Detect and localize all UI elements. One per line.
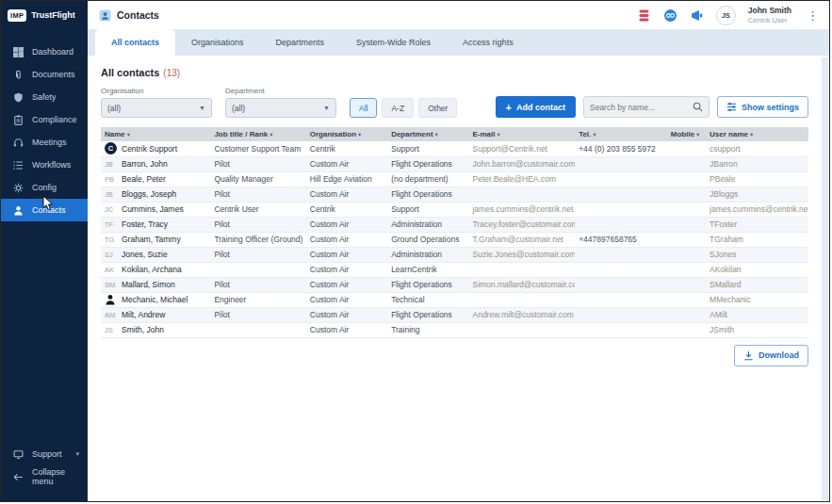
download-button[interactable]: Download	[734, 345, 808, 366]
chevron-down-icon: ▼	[323, 105, 330, 111]
contact-initials: SM	[105, 281, 117, 289]
megaphone-icon[interactable]	[690, 8, 704, 23]
link-icon[interactable]	[663, 8, 677, 23]
list-icon	[13, 160, 24, 171]
cell-tel	[575, 156, 667, 171]
table-row[interactable]: AMMilt, AndrewPilotCustom AirFlight Oper…	[101, 307, 808, 322]
cell-username: AKokilan	[706, 262, 808, 277]
organisation-select[interactable]: (all) ▼	[101, 98, 212, 118]
gear-icon	[13, 183, 24, 193]
sidebar-item-meetings[interactable]: Meetings	[1, 131, 88, 154]
cell-mobile	[667, 171, 706, 187]
sidebar-item-support[interactable]: Support▾	[1, 443, 88, 465]
contact-initials: JB	[105, 190, 117, 199]
sidebar-item-documents[interactable]: Documents	[1, 63, 88, 86]
column-header-tel[interactable]: Tel.▾	[575, 127, 667, 141]
cell-username: AMilt	[706, 307, 808, 322]
cell-mobile	[667, 202, 706, 217]
column-header-name[interactable]: Name▾	[101, 127, 210, 141]
cell-email	[468, 322, 575, 337]
plus-icon: +	[506, 102, 512, 113]
contact-name: Centrik Support	[122, 144, 177, 154]
filter-all-button[interactable]: All	[350, 98, 377, 118]
cell-department: Flight Operations	[387, 187, 468, 202]
cell-organisation: Custom Air	[306, 187, 387, 202]
column-header-mobile[interactable]: Mobile▾	[667, 127, 706, 141]
filter-other-button[interactable]: Other	[418, 98, 457, 118]
sidebar-item-dashboard[interactable]: Dashboard	[1, 41, 88, 63]
table-row[interactable]: SMMallard, SimonPilotCustom AirFlight Op…	[101, 277, 808, 292]
sidebar-item-workflows[interactable]: Workflows	[1, 154, 88, 176]
table-row[interactable]: Mechanic, MichaelEngineerCustom AirTechn…	[101, 292, 808, 307]
table-row[interactable]: JCCummins, JamesCentrik UserCentrikSuppo…	[101, 202, 808, 217]
column-header-user-name[interactable]: User name▾	[706, 127, 808, 141]
contact-name: Cummins, James	[122, 204, 184, 214]
search-input[interactable]	[590, 103, 693, 112]
cell-name: AKKokilan, Archana	[101, 262, 210, 277]
sidebar-item-safety[interactable]: Safety	[1, 86, 88, 108]
sidebar-item-config[interactable]: Config	[1, 176, 88, 199]
filter-az-button[interactable]: A-Z	[382, 98, 414, 118]
cell-name: TGGraham, Tammy	[101, 232, 210, 247]
table-row[interactable]: AKKokilan, ArchanaCustom AirLearnCentrik…	[101, 262, 808, 277]
column-header-department[interactable]: Department▾	[387, 127, 468, 141]
column-header-job-title-rank[interactable]: Job title / Rank▾	[210, 127, 305, 141]
cell-name: SJJones, Suzie	[101, 247, 210, 262]
tab-all-contacts[interactable]: All contacts	[95, 29, 175, 56]
sidebar-footer: Support▾Collapse menu	[1, 443, 88, 488]
table-row[interactable]: JBBarron, JohnPilotCustom AirFlight Oper…	[101, 156, 808, 171]
kebab-menu-icon[interactable]: ⋮	[804, 8, 822, 23]
sidebar-item-contacts[interactable]: Contacts	[1, 199, 88, 221]
cell-tel: +44 (0) 203 855 5972	[575, 141, 667, 156]
content-panel: All contacts (13) Organisation (all) ▼ D…	[88, 56, 829, 501]
cell-job-title: Pilot	[210, 247, 305, 262]
organisation-select-value: (all)	[107, 104, 121, 113]
paperclip-icon	[13, 70, 24, 80]
column-header-e-mail[interactable]: E-mail▾	[468, 127, 575, 141]
user-role: Centrik User	[748, 16, 791, 24]
department-filter-group: Department (all) ▼	[225, 87, 336, 118]
cell-mobile	[667, 277, 706, 292]
cell-name: JBBarron, John	[101, 156, 210, 171]
table-row[interactable]: JSSmith, JohnCustom AirTrainingJSmith	[101, 322, 808, 337]
sliders-icon	[726, 102, 737, 112]
contact-initials: SJ	[105, 251, 117, 259]
vertical-scrollbar[interactable]	[822, 57, 828, 500]
tab-organisations[interactable]: Organisations	[175, 29, 260, 56]
people-icon	[13, 205, 24, 216]
cell-tel	[575, 202, 667, 217]
table-row[interactable]: TFFoster, TracyPilotCustom AirAdministra…	[101, 217, 808, 232]
sidebar-item-compliance[interactable]: Compliance	[1, 108, 88, 131]
contact-name: Smith, John	[122, 325, 164, 334]
brand-logo[interactable]: IMP TrustFlight	[1, 1, 88, 29]
department-select[interactable]: (all) ▼	[225, 98, 336, 118]
sidebar-item-collapse-menu[interactable]: Collapse menu	[1, 465, 88, 488]
clipboard-icon	[13, 115, 24, 125]
show-settings-button[interactable]: Show settings	[717, 96, 808, 118]
sidebar-item-label: Compliance	[32, 115, 77, 124]
contacts-page-icon	[99, 9, 111, 22]
table-row[interactable]: CCentrik SupportCustomer Support TeamCen…	[101, 141, 808, 156]
table-row[interactable]: PBBeale, PeterQuality ManagerHill Edge A…	[101, 171, 808, 187]
cell-department: Support	[387, 202, 468, 217]
cell-department: Ground Operations	[387, 232, 468, 247]
user-avatar[interactable]: JS	[716, 6, 736, 25]
add-contact-button[interactable]: + Add contact	[496, 96, 576, 118]
contact-initials: AK	[105, 266, 117, 274]
table-row[interactable]: JBBloggs, JosephPilotCustom AirFlight Op…	[101, 187, 808, 202]
table-row[interactable]: TGGraham, TammyTraining Officer (Ground)…	[101, 232, 808, 247]
column-header-organisation[interactable]: Organisation▾	[306, 127, 387, 141]
filters-row: Organisation (all) ▼ Department (all) ▼ …	[101, 87, 808, 118]
cell-username: JBarron	[706, 156, 808, 171]
search-icon[interactable]	[693, 102, 703, 112]
user-info[interactable]: John Smith Centrik User	[748, 6, 791, 24]
table-row[interactable]: SJJones, SuziePilotCustom AirAdministrat…	[101, 247, 808, 262]
contact-initials: TF	[105, 220, 117, 229]
contact-initials: JS	[105, 326, 117, 334]
alerts-icon[interactable]	[637, 8, 651, 23]
tab-system-wide-roles[interactable]: System-Wide Roles	[340, 29, 447, 56]
cell-email	[468, 187, 575, 202]
tab-departments[interactable]: Departments	[260, 29, 341, 56]
cell-organisation: Custom Air	[306, 277, 387, 292]
tab-access-rights[interactable]: Access rights	[447, 29, 530, 56]
